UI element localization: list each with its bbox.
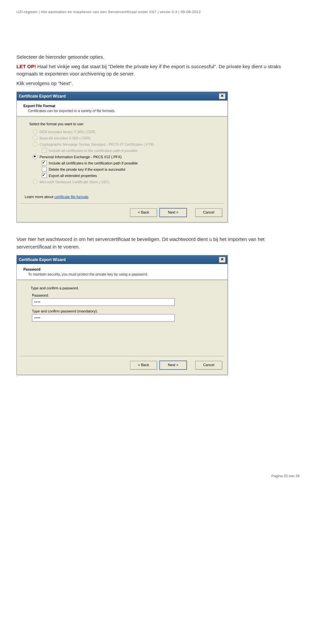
- intro-line1: Selecteer de hieronder getoonde opties.: [16, 53, 300, 61]
- radio-der: DER encoded binary X.509 (.CER): [29, 129, 220, 134]
- wizard-heading: Export File Format: [23, 104, 222, 108]
- intro-line3: Klik vervolgens op "Next".: [16, 80, 300, 87]
- wizard-header: Export File Format Certificates can be e…: [17, 101, 227, 116]
- radio-icon: [33, 142, 38, 147]
- wizard-subheading: To maintain security, you must protect t…: [23, 272, 222, 276]
- password-intro: Type and confirm a password.: [31, 286, 217, 290]
- format-intro: Select the format you want to use:: [29, 122, 220, 126]
- password-input[interactable]: ••••: [32, 298, 175, 306]
- close-icon[interactable]: ✕: [219, 257, 225, 263]
- radio-base64: Base-64 encoded X.509 (.CER): [29, 135, 220, 140]
- radio-pkcs7: Cryptographic Message Syntax Standard - …: [29, 142, 220, 147]
- page-footer: Pagina 20 van 28: [16, 474, 300, 478]
- checkbox-icon: [42, 148, 47, 153]
- radio-der-label: DER encoded binary X.509 (.CER): [40, 130, 95, 134]
- intro-warning: LET OP! Haal het vinkje weg dat staat bi…: [16, 63, 300, 78]
- titlebar: Certificate Export Wizard ✕: [17, 92, 227, 101]
- checkbox-icon: [42, 167, 47, 172]
- page-header-meta: UZI-register | Het aanmaken en installer…: [16, 10, 300, 14]
- check-pkcs7-include: Include all certificates in the certific…: [29, 148, 220, 153]
- checkbox-icon: [42, 161, 47, 165]
- wizard-subheading: Certificates can be exported in a variet…: [23, 109, 222, 113]
- mid-text: Voer hier het wachtwoord in om het serve…: [16, 236, 300, 250]
- radio-pkcs7-label: Cryptographic Message Syntax Standard - …: [40, 142, 154, 146]
- password-body: Type and confirm a password. Password: •…: [17, 280, 227, 325]
- mid-text-line: Voer hier het wachtwoord in om het serve…: [16, 236, 300, 250]
- radio-sst: Microsoft Serialized Certificate Store (…: [29, 179, 220, 184]
- wizard-heading: Password: [23, 267, 222, 271]
- next-button[interactable]: Next >: [160, 208, 187, 217]
- radio-pfx[interactable]: Personal Information Exchange - PKCS #12…: [29, 154, 220, 159]
- radio-pfx-label: Personal Information Exchange - PKCS #12…: [40, 155, 121, 159]
- close-icon[interactable]: ✕: [219, 93, 225, 99]
- learn-link[interactable]: certificate file formats: [54, 195, 89, 199]
- radio-icon: [33, 135, 38, 140]
- confirm-password-input[interactable]: ••••: [32, 314, 175, 322]
- check-pfx-export-ext-label: Export all extended properties: [49, 174, 97, 178]
- next-button[interactable]: Next >: [160, 361, 187, 369]
- check-pfx-delete-key[interactable]: Delete the private key if the export is …: [29, 167, 220, 172]
- dialog-title: Certificate Export Wizard: [19, 94, 66, 99]
- learn-more: Learn more about certificate file format…: [17, 189, 227, 199]
- export-wizard-dialog-format: Certificate Export Wizard ✕ Export File …: [16, 92, 228, 222]
- cancel-button[interactable]: Cancel: [195, 208, 222, 217]
- check-pfx-include-path[interactable]: Include all certificates in the certific…: [29, 161, 220, 165]
- intro-block: Selecteer de hieronder getoonde opties. …: [16, 53, 300, 87]
- checkbox-icon: [42, 173, 47, 178]
- check-pfx-export-ext[interactable]: Export all extended properties: [29, 173, 220, 178]
- check-pkcs7-include-label: Include all certificates in the certific…: [49, 149, 138, 153]
- titlebar: Certificate Export Wizard ✕: [17, 255, 227, 264]
- dialog-title: Certificate Export Wizard: [19, 257, 66, 262]
- button-row: < Back Next > Cancel: [17, 356, 227, 375]
- warn-label: LET OP!: [16, 64, 36, 69]
- wizard-header: Password To maintain security, you must …: [17, 264, 227, 280]
- radio-b64-label: Base-64 encoded X.509 (.CER): [40, 136, 91, 140]
- radio-icon: [33, 154, 38, 159]
- button-row: < Back Next > Cancel: [17, 204, 227, 222]
- radio-icon: [33, 129, 38, 134]
- confirm-label: Type and confirm password (mandatory):: [32, 309, 217, 313]
- wizard-body: Select the format you want to use: DER e…: [17, 117, 227, 189]
- learn-prefix: Learn more about: [25, 195, 54, 199]
- radio-icon: [33, 179, 38, 184]
- back-button[interactable]: < Back: [130, 208, 157, 217]
- radio-sst-label: Microsoft Serialized Certificate Store (…: [40, 180, 110, 184]
- intro-line2: Haal het vinkje weg dat staat bij "Delet…: [16, 64, 281, 77]
- back-button[interactable]: < Back: [130, 361, 157, 369]
- export-wizard-dialog-password: Certificate Export Wizard ✕ Password To …: [16, 255, 228, 375]
- password-label: Password:: [32, 293, 217, 297]
- cancel-button[interactable]: Cancel: [195, 361, 222, 369]
- check-pfx-delete-label: Delete the private key if the export is …: [49, 167, 125, 171]
- check-pfx-include-label: Include all certificates in the certific…: [49, 161, 138, 165]
